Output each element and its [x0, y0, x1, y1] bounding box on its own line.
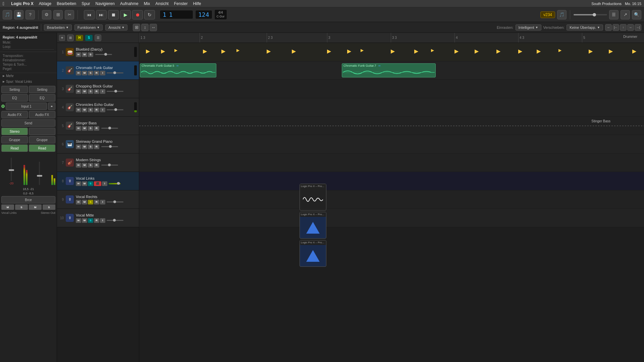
audiofx-btn-1[interactable]: Audio FX [1, 111, 28, 118]
rewind-button[interactable]: ⏮ [84, 10, 95, 19]
ansicht-menu[interactable]: Ansicht ▼ [105, 24, 127, 31]
h-btn[interactable]: H [76, 218, 81, 223]
volume-slider[interactable] [107, 201, 123, 202]
track-row[interactable]: 1 🥁 Bluebird (Darcy) H M S [57, 43, 139, 61]
tool-split[interactable]: ↕ [141, 24, 149, 31]
track-list-btn[interactable]: ☰ [95, 35, 101, 41]
track-row[interactable]: 8 🎙 Vocal Links H M S ⬛ I [57, 172, 139, 190]
snap-btn-4[interactable]: ↔ [627, 24, 634, 31]
volume-slider[interactable] [107, 109, 123, 110]
drummer-play-btn[interactable]: ▶ [292, 48, 296, 54]
chromatic-clip-1[interactable]: Chromatic Funk Guitar.5 ∞ [140, 63, 216, 77]
add-track-btn[interactable]: + [59, 35, 65, 41]
drummer-play-btn[interactable]: ▶ [537, 48, 541, 54]
m-btn[interactable]: M [82, 163, 87, 168]
snap-btn-3[interactable]: ↑ [620, 24, 627, 31]
master-slider[interactable] [574, 14, 607, 15]
volume-slider[interactable] [95, 54, 112, 55]
tool-editor[interactable]: ↗ [621, 10, 630, 19]
menu-ablage[interactable]: Ablage [39, 1, 51, 6]
tool-save[interactable]: 💾 [14, 10, 23, 19]
time-sig-display[interactable]: 4/4 C-Dur [214, 9, 227, 20]
m-btn[interactable]: M [82, 89, 87, 94]
forward-button[interactable]: ⏭ [96, 10, 107, 19]
setting-btn-1[interactable]: Setting [1, 86, 28, 93]
s-btn[interactable]: S [88, 218, 93, 223]
tool-scissors[interactable]: ✂ [65, 10, 74, 19]
track-row[interactable]: 6 🎹 Steinway Grand Piano H M S R [57, 135, 139, 154]
funktionen-menu[interactable]: Funktionen ▼ [74, 24, 103, 31]
drummer-play-btn[interactable]: ▶ [496, 48, 500, 54]
menu-aufnahme[interactable]: Aufnahme [120, 1, 139, 6]
snap-value[interactable]: Intelligent ▼ [516, 24, 541, 31]
s-btn[interactable]: S [88, 108, 93, 112]
h-btn[interactable]: H [76, 108, 81, 112]
drummer-play-btn[interactable]: ▶ [174, 48, 177, 53]
track-row[interactable]: 10 🎙 Vocal Mitte H M S R I [57, 209, 139, 227]
lcd-display[interactable]: v234 [540, 11, 555, 18]
track-type-s[interactable]: S [85, 35, 93, 41]
menu-spur[interactable]: Spur [82, 1, 90, 6]
h-btn[interactable]: H [76, 163, 81, 168]
s-btn[interactable]: S [88, 89, 93, 94]
popup-card-1[interactable]: Logic Pro X – Pro... [300, 184, 326, 210]
tool-search[interactable]: 🔍 [632, 10, 641, 19]
snap-btn-1[interactable]: ↔ [605, 24, 612, 31]
chromatic-clip-2[interactable]: Chromatic Funk Guitar.7 ∞ [342, 63, 436, 77]
drummer-play-btn[interactable]: ▶ [327, 48, 331, 54]
apple-icon[interactable]:  [3, 1, 4, 6]
volume-slider[interactable] [109, 183, 120, 184]
m-btn[interactable]: M [82, 200, 87, 204]
drummer-play-btn[interactable]: ▶ [431, 48, 434, 53]
record-button[interactable]: ⏺ [132, 10, 143, 19]
volume-slider[interactable] [107, 91, 123, 92]
gruppe-btn-2[interactable]: Gruppe [29, 136, 55, 143]
m-btn[interactable]: M [82, 52, 87, 57]
snap-btn-5[interactable]: →| [635, 24, 641, 31]
i-btn[interactable]: I [100, 200, 105, 204]
r-btn[interactable]: R [94, 200, 99, 204]
h-btn[interactable]: H [76, 200, 81, 204]
track-type-h[interactable]: H [76, 35, 83, 41]
h-btn[interactable]: H [76, 52, 81, 57]
drummer-play-btn[interactable]: ▶ [267, 48, 271, 54]
menu-navigieren[interactable]: Navigieren [96, 1, 115, 6]
drummer-play-btn[interactable]: ▶ [203, 48, 207, 54]
m-btn[interactable]: M [82, 71, 87, 75]
volume-slider[interactable] [107, 220, 123, 221]
send-btn[interactable]: Send [1, 119, 55, 127]
menu-fenster[interactable]: Fenster [174, 1, 188, 6]
drummer-play-btn[interactable]: ▶ [414, 48, 418, 54]
i-btn[interactable]: I [102, 181, 107, 186]
drummer-play-btn[interactable]: ▶ [391, 48, 395, 54]
volume-slider[interactable] [107, 72, 123, 73]
drummer-play-btn[interactable]: ▶ [558, 48, 561, 53]
h-btn[interactable]: H [76, 89, 81, 94]
m-btn[interactable]: M [82, 181, 87, 186]
track-options-btn[interactable]: ⊞ [67, 35, 74, 41]
tool-help[interactable]: ? [25, 10, 35, 19]
popup-card-3[interactable]: Logic Pro X – Pro... [300, 240, 326, 267]
fader-track-left[interactable] [11, 158, 12, 181]
menu-mix[interactable]: Mix [144, 1, 150, 6]
m-btn[interactable]: M [82, 218, 87, 223]
s-btn[interactable]: S [88, 181, 93, 186]
menu-app[interactable]: Logic Pro X [11, 1, 34, 6]
play-button[interactable]: ▶ [120, 10, 131, 19]
i-btn[interactable]: I [100, 218, 105, 223]
drummer-play-btn[interactable]: ▶ [475, 48, 479, 54]
r-btn[interactable]: R [94, 89, 99, 94]
r-btn[interactable]: R [94, 108, 99, 112]
volume-slider[interactable] [101, 128, 118, 129]
bpm-display[interactable]: 124 [195, 10, 212, 19]
setting-btn-2[interactable]: Setting [29, 86, 55, 93]
drummer-play-btn[interactable]: ▶ [632, 48, 636, 54]
r-btn[interactable]: R [94, 144, 99, 149]
eq-btn-1[interactable]: EQ [1, 94, 28, 102]
time-display[interactable]: 1 1 [160, 10, 193, 19]
drummer-play-btn[interactable]: ▶ [361, 48, 364, 53]
tool-region[interactable]: ⊞ [133, 24, 140, 31]
drummer-play-btn[interactable]: ▶ [146, 48, 150, 54]
m2-btn[interactable]: M [29, 204, 42, 210]
m-btn[interactable]: M [82, 126, 87, 131]
